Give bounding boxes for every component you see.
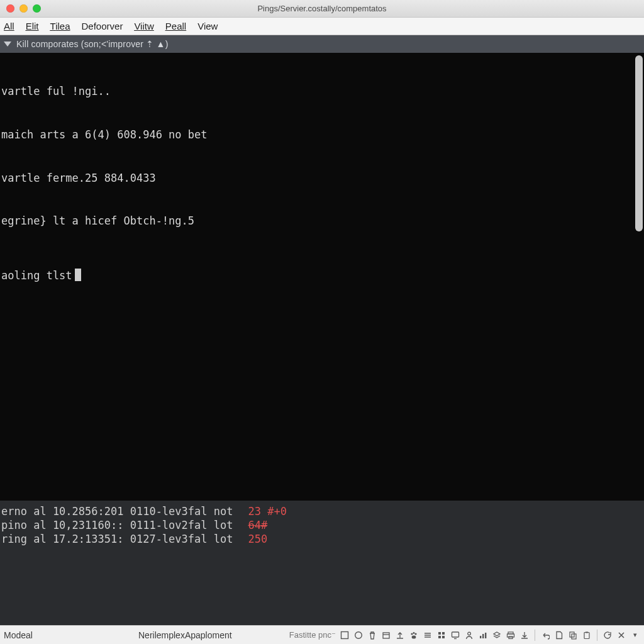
log-row: erno al 10.2856:201 0110-lev3fal not 23 …	[1, 504, 641, 518]
menu-all[interactable]: All	[4, 21, 14, 31]
log-row: ring al 17.2:13351: 0127-lev3fal lot 250	[1, 532, 641, 546]
svg-point-7	[412, 635, 416, 638]
menu-bar: All Elit Tilea Defoorver Viitw Peall Vie…	[0, 18, 644, 35]
svg-rect-16	[482, 634, 484, 638]
menu-viitw[interactable]: Viitw	[134, 21, 153, 31]
terminal-pane: vartle ful !ngi.. maich arts a 6(4) 608.…	[0, 53, 644, 625]
minimize-window-button[interactable]	[19, 4, 28, 13]
trash-icon[interactable]	[367, 630, 377, 640]
svg-rect-11	[442, 636, 445, 638]
log-row-value: 23 #+0	[248, 504, 286, 518]
close-icon[interactable]	[616, 630, 626, 640]
svg-rect-10	[438, 636, 441, 638]
svg-rect-17	[485, 633, 486, 638]
terminal-cursor	[75, 269, 81, 281]
menu-view[interactable]: View	[197, 21, 218, 31]
svg-rect-24	[586, 631, 588, 633]
svg-point-14	[468, 632, 471, 635]
log-row-value: 64#	[248, 518, 267, 532]
svg-rect-12	[452, 632, 459, 637]
close-window-button[interactable]	[6, 4, 14, 13]
svg-rect-2	[383, 633, 389, 638]
svg-point-6	[413, 632, 415, 634]
barchart-icon[interactable]	[478, 630, 488, 640]
menu-elit[interactable]: Elit	[26, 21, 39, 31]
upload-icon[interactable]	[395, 630, 405, 640]
log-row: pino al 10,231160:: 0111-lov2fal lot 64#	[1, 518, 641, 532]
svg-rect-9	[442, 632, 445, 635]
terminal-output[interactable]: vartle ful !ngi.. maich arts a 6(4) 608.…	[0, 53, 644, 501]
page-icon[interactable]	[554, 630, 564, 640]
status-right-group: Fastitte pnc⁻ ▾	[289, 630, 640, 641]
box-icon[interactable]	[381, 630, 391, 640]
tab-expand-icon[interactable]	[4, 42, 11, 47]
status-right-text: Fastitte pnc⁻	[289, 630, 336, 640]
menu-tilea[interactable]: Tilea	[50, 21, 70, 31]
log-pane: erno al 10.2856:201 0110-lev3fal not 23 …	[0, 501, 644, 625]
status-center: NerilemplexApaploment	[138, 630, 232, 640]
svg-point-5	[414, 633, 416, 635]
status-separator	[535, 630, 535, 641]
active-tab-label[interactable]: Kill comporates (son;<'improver ⇡ ▲)	[16, 39, 169, 49]
monitor-icon[interactable]	[450, 630, 460, 640]
svg-point-1	[355, 631, 362, 638]
copy-icon[interactable]	[568, 630, 578, 640]
terminal-line: egrine} lt a hicef Obtch-!ng.5	[1, 214, 641, 228]
grid-icon[interactable]	[436, 630, 447, 640]
stack-icon[interactable]	[423, 630, 433, 640]
svg-point-4	[411, 633, 413, 635]
zoom-window-button[interactable]	[33, 4, 41, 13]
refresh-icon[interactable]	[602, 630, 613, 640]
window-controls	[6, 4, 41, 13]
window-titlebar: Pings/Servier.costally/compemtatos	[0, 0, 644, 18]
layers-icon[interactable]	[492, 630, 502, 640]
menu-peall[interactable]: Peall	[165, 21, 186, 31]
terminal-prompt: aoling tlst	[1, 269, 72, 282]
log-row-value: 250	[248, 532, 267, 546]
person-icon[interactable]	[464, 630, 474, 640]
circle-icon[interactable]	[353, 630, 364, 640]
terminal-line: vartle ful !ngi..	[1, 84, 641, 99]
window-title: Pings/Servier.costally/compemtatos	[0, 4, 644, 13]
terminal-line: maich arts a 6(4) 608.946 no bet	[1, 128, 641, 142]
status-separator	[597, 630, 597, 641]
undo-icon[interactable]	[540, 630, 550, 640]
svg-rect-15	[480, 636, 481, 638]
terminal-scrollbar[interactable]	[635, 55, 643, 231]
svg-rect-20	[509, 636, 513, 639]
terminal-line: vartle ferme.25 884.0433	[1, 171, 641, 186]
more-icon[interactable]: ▾	[630, 630, 640, 640]
square-icon[interactable]	[340, 630, 350, 640]
paw-icon[interactable]	[409, 630, 419, 640]
log-row-lead: pino al 10,231160:: 0111-lov2fal lot	[1, 518, 233, 532]
menu-defoorver[interactable]: Defoorver	[82, 21, 123, 31]
svg-rect-8	[438, 632, 441, 635]
svg-rect-0	[341, 631, 348, 638]
log-row-lead: ring al 17.2:13351: 0127-lev3fal lot	[1, 532, 233, 546]
paste-icon[interactable]	[582, 630, 592, 640]
tab-bar: Kill comporates (son;<'improver ⇡ ▲)	[0, 35, 644, 53]
status-bar: Modeal NerilemplexApaploment Fastitte pn…	[0, 625, 644, 644]
svg-rect-23	[584, 632, 589, 638]
download-icon[interactable]	[519, 630, 530, 640]
status-left: Modeal	[4, 630, 33, 640]
log-row-lead: erno al 10.2856:201 0110-lev3fal not	[1, 504, 233, 518]
terminal-prompt-line: aoling tlst	[1, 269, 641, 283]
printer-icon[interactable]	[506, 630, 516, 640]
